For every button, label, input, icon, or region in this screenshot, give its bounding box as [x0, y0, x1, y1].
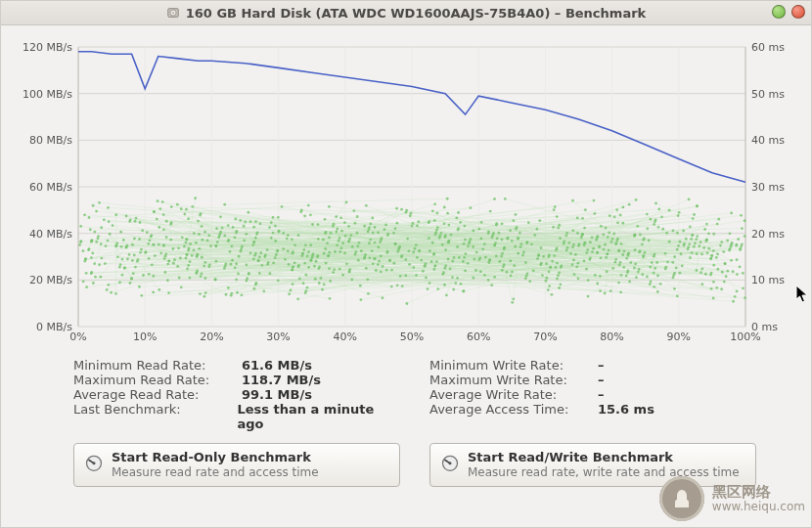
svg-point-998: [288, 263, 291, 266]
start-read-only-benchmark-button[interactable]: Start Read-Only Benchmark Measure read r…: [73, 443, 400, 487]
content: 0 MB/s0 ms20 MB/s10 ms40 MB/s20 ms60 MB/…: [1, 25, 811, 499]
svg-point-870: [114, 213, 117, 216]
svg-point-956: [309, 243, 312, 246]
svg-point-980: [249, 220, 252, 223]
svg-point-1130: [400, 255, 403, 258]
svg-point-1478: [415, 274, 418, 277]
svg-point-1464: [206, 240, 209, 242]
svg-point-669: [326, 242, 329, 244]
svg-point-586: [607, 236, 609, 239]
svg-point-1350: [613, 215, 616, 218]
svg-point-1016: [492, 232, 495, 235]
svg-point-1172: [433, 202, 436, 205]
svg-point-853: [716, 223, 719, 226]
svg-point-1191: [125, 244, 128, 247]
svg-point-798: [741, 227, 744, 230]
svg-point-1244: [252, 226, 255, 229]
svg-point-906: [470, 206, 473, 209]
svg-point-1119: [418, 249, 421, 252]
svg-point-1022: [672, 276, 675, 279]
svg-point-1235: [380, 254, 383, 257]
svg-point-1013: [215, 260, 218, 263]
svg-point-1391: [599, 289, 602, 292]
svg-point-1544: [277, 216, 280, 219]
stats-grid: Minimum Read Rate:61.6 MB/sMaximum Read …: [73, 358, 756, 431]
svg-point-1322: [140, 248, 143, 251]
svg-point-1182: [517, 238, 519, 241]
svg-point-779: [302, 248, 305, 251]
svg-point-1382: [433, 265, 436, 268]
svg-point-1289: [577, 244, 580, 247]
svg-point-1386: [300, 208, 303, 211]
svg-point-979: [677, 244, 680, 247]
svg-point-1324: [224, 262, 227, 265]
svg-point-1307: [532, 269, 535, 272]
svg-point-1504: [551, 293, 554, 296]
svg-point-1149: [380, 271, 383, 274]
svg-point-1190: [472, 245, 474, 248]
svg-point-579: [274, 240, 277, 242]
svg-point-1260: [311, 223, 314, 226]
svg-point-1021: [553, 254, 556, 257]
svg-point-578: [676, 294, 679, 297]
svg-point-860: [329, 297, 332, 300]
svg-point-1205: [621, 206, 624, 209]
svg-point-722: [314, 278, 317, 281]
svg-point-1164: [256, 231, 259, 234]
svg-point-624: [612, 232, 615, 235]
svg-point-1442: [506, 271, 509, 274]
svg-point-1200: [277, 279, 280, 282]
svg-point-1415: [428, 221, 430, 224]
svg-text:40%: 40%: [334, 330, 357, 343]
svg-point-720: [668, 241, 671, 243]
svg-point-952: [307, 204, 310, 207]
svg-point-782: [163, 257, 166, 260]
svg-point-868: [556, 247, 559, 250]
svg-point-815: [712, 233, 715, 236]
svg-point-908: [430, 260, 433, 263]
svg-line-250: [89, 205, 308, 217]
svg-point-1515: [478, 257, 481, 260]
svg-point-697: [533, 234, 536, 237]
svg-point-1163: [227, 286, 230, 289]
svg-point-1503: [639, 250, 642, 253]
svg-point-808: [447, 258, 450, 261]
svg-point-857: [329, 280, 332, 283]
svg-point-611: [613, 261, 616, 264]
svg-point-548: [668, 209, 671, 212]
svg-point-1043: [195, 272, 198, 275]
svg-point-582: [616, 221, 619, 224]
svg-point-863: [147, 242, 150, 245]
svg-point-1018: [188, 247, 191, 250]
stat-value: 99.1 MB/s: [242, 387, 312, 402]
svg-point-932: [148, 257, 151, 260]
svg-point-1372: [400, 208, 403, 211]
svg-point-859: [126, 258, 129, 261]
svg-point-1313: [183, 213, 186, 216]
svg-point-1524: [463, 256, 466, 259]
svg-point-927: [307, 266, 310, 269]
svg-point-695: [236, 291, 239, 294]
svg-point-1531: [587, 279, 590, 282]
svg-point-1271: [122, 239, 125, 242]
svg-point-831: [252, 258, 255, 261]
stat-label: Average Access Time:: [429, 402, 586, 417]
svg-point-847: [583, 260, 586, 263]
svg-point-1507: [165, 220, 168, 223]
svg-point-1338: [717, 218, 720, 221]
svg-point-1094: [491, 236, 494, 239]
svg-point-1120: [477, 228, 480, 231]
svg-point-1039: [619, 261, 622, 264]
svg-point-1325: [654, 220, 656, 223]
svg-point-1048: [214, 278, 217, 281]
svg-point-899: [557, 227, 560, 230]
svg-point-1476: [435, 229, 438, 232]
close-button[interactable]: [791, 5, 805, 19]
minimize-button[interactable]: [772, 5, 786, 19]
svg-point-580: [167, 291, 170, 294]
svg-point-975: [335, 231, 338, 234]
svg-point-1518: [487, 231, 490, 234]
svg-point-628: [121, 274, 124, 277]
svg-point-747: [704, 273, 707, 276]
svg-point-1405: [625, 257, 628, 260]
